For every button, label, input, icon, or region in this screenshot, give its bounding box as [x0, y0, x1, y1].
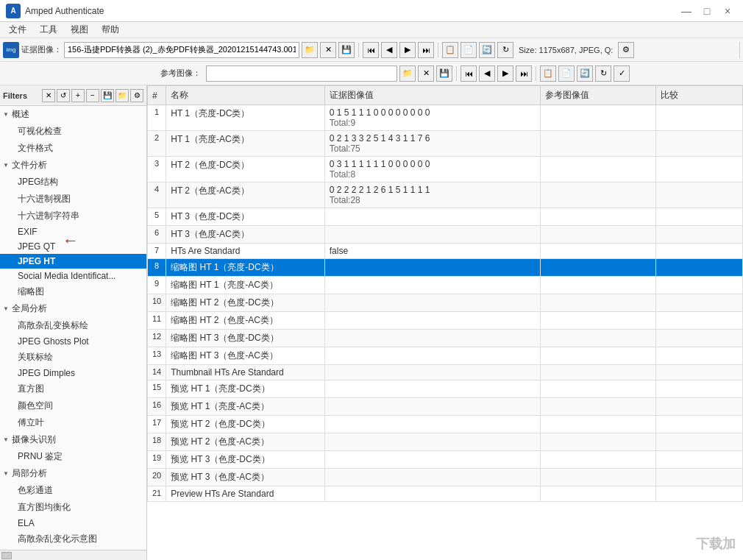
sidebar-item-visual-check[interactable]: 可视化检查: [0, 123, 146, 140]
table-row[interactable]: 6HT 3（色度-AC类）: [148, 226, 743, 244]
table-row[interactable]: 4HT 2（色度-AC类）0 2 2 2 2 1 2 6 1 5 1 1 1 1…: [148, 182, 743, 208]
evidence-paste-btn[interactable]: 📄: [461, 42, 477, 58]
table-row[interactable]: 16预览 HT 1（亮度-AC类）: [148, 398, 743, 416]
evidence-rotate-btn[interactable]: ↻: [497, 42, 513, 58]
evidence-size-info: Size: 1175x687, JPEG, Q:: [516, 46, 616, 54]
table-row[interactable]: 12缩略图 HT 3（色度-DC类）: [148, 330, 743, 347]
evidence-next-end-btn[interactable]: ⏭: [418, 42, 434, 58]
table-row[interactable]: 1HT 1（亮度-DC类）0 1 5 1 1 1 0 0 0 0 0 0 0 0…: [148, 105, 743, 131]
sidebar-category-file-analysis[interactable]: ▼ 文件分析: [0, 157, 146, 174]
row-compare-value: [656, 131, 743, 157]
sidebar-open-btn[interactable]: 📁: [115, 89, 129, 102]
sidebar-item-histogram-eq[interactable]: 直方图均衡化: [0, 499, 146, 516]
sidebar-item-ela[interactable]: ELA: [0, 516, 146, 531]
ref-next-btn[interactable]: ▶: [497, 65, 513, 82]
table-row[interactable]: 18预览 HT 2（色度-AC类）: [148, 433, 743, 451]
sidebar-item-jpeg-structure[interactable]: JPEG结构: [0, 174, 146, 191]
table-row[interactable]: 3HT 2（色度-DC类）0 3 1 1 1 1 1 1 0 0 0 0 0 0…: [148, 157, 743, 182]
table-row[interactable]: 10缩略图 HT 2（色度-DC类）: [148, 294, 743, 312]
ref-prev-btn[interactable]: ◀: [479, 65, 495, 82]
reference-filename-input[interactable]: [206, 65, 397, 82]
evidence-refresh-btn[interactable]: 🔄: [479, 42, 495, 58]
evidence-copy-btn[interactable]: 📋: [442, 42, 458, 58]
sidebar-item-scatter-plot[interactable]: 高散杂乱变换标绘: [0, 317, 146, 334]
table-row[interactable]: 17预览 HT 2（色度-DC类）: [148, 416, 743, 433]
table-row[interactable]: 2HT 1（亮度-AC类）0 2 1 3 3 2 5 1 4 3 1 1 7 6…: [148, 131, 743, 157]
row-number: 1: [148, 105, 166, 131]
close-button[interactable]: ×: [718, 4, 737, 18]
menu-file[interactable]: 文件: [3, 22, 32, 38]
ref-open-btn[interactable]: 📁: [399, 65, 416, 82]
sidebar-item-hex-view[interactable]: 十六进制视图: [0, 191, 146, 208]
sidebar-item-correlation[interactable]: 关联标绘: [0, 349, 146, 366]
evidence-filename-input[interactable]: [64, 42, 299, 58]
toolbar-evidence: img 证据图像： 📁 ✕ 💾 ⏮ ◀ ▶ ⏭ 📋 📄 🔄 ↻ Size: 11…: [0, 38, 743, 62]
table-row[interactable]: 5HT 3（色度-DC类）: [148, 208, 743, 226]
table-row[interactable]: 21Preview HTs Are Standard: [148, 486, 743, 502]
sidebar-category-overview[interactable]: ▼ 概述: [0, 106, 146, 123]
sidebar-item-scatter-change[interactable]: 高散杂乱变化示意图: [0, 531, 146, 547]
sidebar-item-color-channel[interactable]: 色彩通道: [0, 482, 146, 499]
row-number: 12: [148, 330, 166, 347]
sidebar-category-camera-id[interactable]: ▼ 摄像头识别: [0, 431, 146, 448]
evidence-settings-btn[interactable]: ⚙: [618, 42, 634, 58]
table-row[interactable]: 8缩略图 HT 1（亮度-DC类）: [148, 259, 743, 277]
table-row[interactable]: 7HTs Are Standardfalse: [148, 244, 743, 259]
sidebar-item-color-space[interactable]: 颜色空间: [0, 397, 146, 414]
ref-refresh-btn[interactable]: 🔄: [577, 65, 593, 82]
reference-label: 参考图像：: [157, 68, 204, 79]
sidebar-item-file-format[interactable]: 文件格式: [0, 140, 146, 157]
sidebar-item-fourier[interactable]: 傅立叶: [0, 414, 146, 431]
menu-view[interactable]: 视图: [65, 22, 94, 38]
ref-close-btn[interactable]: ✕: [418, 65, 434, 82]
sidebar-category-global-analysis[interactable]: ▼ 全局分析: [0, 300, 146, 317]
table-scroll[interactable]: # 名称 证据图像值 参考图像值 比较 1HT 1（亮度-DC类）0 1 5 1…: [147, 85, 743, 560]
sidebar-item-exif[interactable]: EXIF: [0, 224, 146, 239]
ref-copy-btn[interactable]: 📋: [540, 65, 556, 82]
table-row[interactable]: 20预览 HT 3（色度-AC类）: [148, 469, 743, 486]
menu-tools[interactable]: 工具: [34, 22, 63, 38]
evidence-save-btn[interactable]: 💾: [338, 42, 355, 58]
table-row[interactable]: 14Thumbnail HTs Are Standard: [148, 365, 743, 380]
sidebar-item-thumbnail[interactable]: 缩略图: [0, 283, 146, 300]
sidebar-refresh-btn[interactable]: ↺: [57, 89, 70, 102]
evidence-close-btn[interactable]: ✕: [320, 42, 336, 58]
sidebar-minus-btn[interactable]: −: [86, 89, 99, 102]
table-row[interactable]: 15预览 HT 1（亮度-DC类）: [148, 380, 743, 398]
sidebar-settings-btn[interactable]: ⚙: [130, 89, 143, 102]
sidebar-add-btn[interactable]: ✕: [42, 89, 55, 102]
sidebar-item-histogram[interactable]: 直方图: [0, 380, 146, 397]
minimize-button[interactable]: —: [677, 4, 696, 18]
sidebar-item-jpeg-ht[interactable]: JPEG HT: [0, 254, 146, 269]
sidebar-plus-btn[interactable]: +: [71, 89, 85, 102]
table-row[interactable]: 11缩略图 HT 2（色度-AC类）: [148, 312, 743, 330]
col-header-ref: 参考图像值: [541, 86, 656, 105]
sidebar-item-social-media[interactable]: Social Media Identificat...: [0, 269, 146, 283]
sidebar-category-local-analysis[interactable]: ▼ 局部分析: [0, 465, 146, 482]
evidence-prev-start-btn[interactable]: ⏮: [363, 42, 379, 58]
ref-save-btn[interactable]: 💾: [436, 65, 452, 82]
ref-paste-btn[interactable]: 📄: [558, 65, 575, 82]
ref-prev-start-btn[interactable]: ⏮: [461, 65, 477, 82]
sidebar-item-jpeg-qt[interactable]: JPEG QT: [0, 239, 146, 254]
sidebar-item-jpeg-ghosts[interactable]: JPEG Ghosts Plot: [0, 334, 146, 349]
maximize-button[interactable]: □: [697, 4, 717, 18]
sidebar-item-prnu[interactable]: PRNU 鉴定: [0, 448, 146, 465]
table-row[interactable]: 19预览 HT 3（色度-DC类）: [148, 451, 743, 469]
sidebar-item-hex-string[interactable]: 十六进制字符串: [0, 208, 146, 224]
sidebar-save-btn[interactable]: 💾: [101, 89, 114, 102]
ref-rotate-btn[interactable]: ↻: [595, 65, 611, 82]
menu-help[interactable]: 帮助: [96, 22, 125, 38]
row-name: 缩略图 HT 2（色度-AC类）: [166, 312, 325, 330]
ref-check-btn[interactable]: ✓: [614, 65, 630, 82]
evidence-prev-btn[interactable]: ◀: [381, 42, 397, 58]
row-evidence-value: [324, 277, 540, 294]
sidebar-horizontal-scroll[interactable]: [0, 550, 146, 560]
sidebar-item-jpeg-dimples[interactable]: JPEG Dimples: [0, 366, 146, 380]
table-row[interactable]: 9缩略图 HT 1（亮度-AC类）: [148, 277, 743, 294]
evidence-open-btn[interactable]: 📁: [302, 42, 318, 58]
table-row[interactable]: 13缩略图 HT 3（色度-AC类）: [148, 347, 743, 365]
evidence-next-btn[interactable]: ▶: [399, 42, 416, 58]
ref-next-end-btn[interactable]: ⏭: [516, 65, 532, 82]
scroll-thumb[interactable]: [1, 552, 12, 559]
